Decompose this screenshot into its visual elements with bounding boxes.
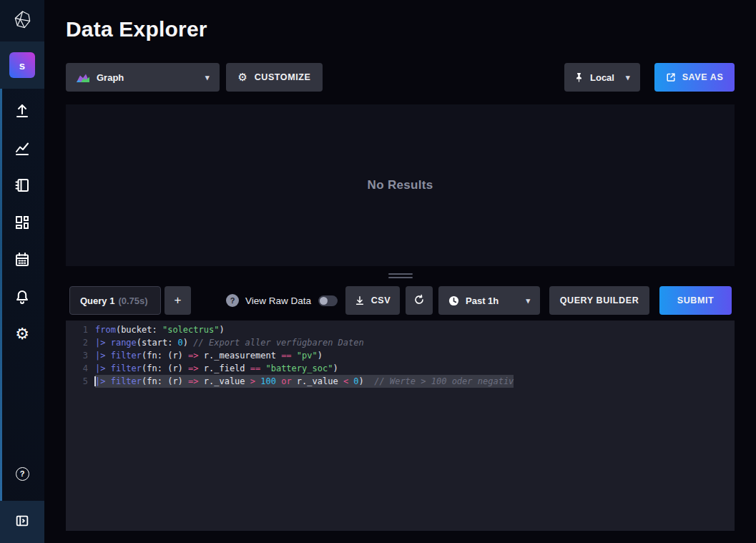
code-text: |> range(start: 0) // Export aller verfü… <box>95 336 364 349</box>
toggle-knob <box>320 297 328 305</box>
data-explorer-window: s <box>0 0 756 543</box>
query-tab[interactable]: Query 1 (0.75s) <box>69 286 161 315</box>
customize-button[interactable]: ⚙ CUSTOMIZE <box>226 63 323 92</box>
refresh-button[interactable] <box>406 286 433 315</box>
sidebar-item-data-explorer[interactable] <box>0 134 44 162</box>
code-line[interactable]: 2|> range(start: 0) // Export aller verf… <box>66 336 735 349</box>
sidebar-item-load-data[interactable] <box>0 97 44 125</box>
code-text: |> filter(fn: (r) => r._measurement == "… <box>95 349 323 362</box>
add-query-button[interactable]: + <box>165 286 191 315</box>
code-line[interactable]: 1from(bucket: "solectrus") <box>66 323 735 336</box>
avatar-letter: s <box>19 59 25 72</box>
sidebar-item-settings[interactable]: ⚙ <box>0 320 44 348</box>
expand-sidebar-icon <box>14 513 30 532</box>
text-cursor <box>94 376 96 386</box>
gear-icon: ⚙ <box>238 72 248 83</box>
panel-resize-handle[interactable] <box>388 272 413 279</box>
query-builder-button[interactable]: QUERY BUILDER <box>549 286 649 315</box>
sidebar: s <box>0 0 44 543</box>
plus-icon: + <box>175 293 182 308</box>
view-raw-data-label: View Raw Data <box>245 295 311 306</box>
flux-script-editor[interactable]: 1from(bucket: "solectrus")2|> range(star… <box>66 321 735 531</box>
code-line[interactable]: 5|> filter(fn: (r) => r._value > 100 or … <box>66 375 735 388</box>
view-type-label: Graph <box>97 72 124 83</box>
question-glyph: ? <box>230 296 235 305</box>
line-number: 4 <box>66 362 88 375</box>
chevron-down-icon: ▾ <box>205 73 210 82</box>
avatar[interactable]: s <box>9 52 35 78</box>
save-as-label: SAVE AS <box>682 72 724 82</box>
saved-location-dropdown[interactable]: Local ▾ <box>564 63 640 92</box>
export-icon <box>666 72 676 82</box>
view-raw-data-toggle[interactable] <box>318 295 338 306</box>
code-line[interactable]: 4|> filter(fn: (r) => r._field == "batte… <box>66 362 735 375</box>
time-range-dropdown[interactable]: Past 1h ▾ <box>438 286 540 315</box>
line-number: 2 <box>66 336 88 349</box>
gear-icon: ⚙ <box>15 326 29 342</box>
query-builder-label: QUERY BUILDER <box>560 295 639 305</box>
help-glyph: ? <box>20 469 25 478</box>
csv-download-button[interactable]: CSV <box>345 286 400 315</box>
view-raw-data-group: ? View Raw Data <box>226 286 338 315</box>
code-text: |> filter(fn: (r) => r._field == "batter… <box>95 362 338 375</box>
calendar-icon <box>14 251 31 268</box>
chevron-down-icon: ▾ <box>526 296 530 305</box>
view-type-dropdown[interactable]: Graph ▾ <box>66 63 220 92</box>
line-number: 1 <box>66 323 88 336</box>
code-text: from(bucket: "solectrus") <box>95 323 225 336</box>
clock-icon <box>448 295 459 306</box>
expand-sidebar-button[interactable] <box>0 501 44 543</box>
help-question-icon[interactable]: ? <box>226 294 239 307</box>
upload-icon <box>14 102 31 119</box>
query-duration: (0.75s) <box>118 295 147 306</box>
code-lines: 1from(bucket: "solectrus")2|> range(star… <box>66 323 735 388</box>
submit-label: SUBMIT <box>677 295 715 305</box>
sidebar-item-tasks[interactable] <box>0 245 44 274</box>
code-text: |> filter(fn: (r) => r._value > 100 or r… <box>95 375 514 388</box>
account-cell: s <box>0 41 44 89</box>
line-number: 5 <box>66 375 88 388</box>
csv-label: CSV <box>371 295 391 305</box>
line-chart-icon <box>14 140 31 157</box>
chevron-down-icon: ▾ <box>626 73 630 82</box>
submit-button[interactable]: SUBMIT <box>659 286 732 315</box>
bell-icon <box>14 288 31 305</box>
download-icon <box>355 295 365 305</box>
sidebar-item-notebooks[interactable] <box>0 171 44 200</box>
page-title: Data Explorer <box>66 17 207 41</box>
influxdb-cubo-logo-icon <box>13 10 32 32</box>
pin-icon <box>574 72 584 82</box>
grid-icon <box>14 214 31 231</box>
customize-label: CUSTOMIZE <box>255 72 311 82</box>
save-as-button[interactable]: SAVE AS <box>654 63 735 92</box>
line-number: 3 <box>66 349 88 362</box>
time-range-label: Past 1h <box>466 295 499 306</box>
empty-results-message: No Results <box>368 178 433 192</box>
sidebar-item-help[interactable]: ? <box>0 459 44 488</box>
help-icon: ? <box>16 467 29 481</box>
influxdb-logo-button[interactable] <box>0 0 44 41</box>
area-chart-icon <box>76 72 90 83</box>
notebook-icon <box>14 177 31 194</box>
sidebar-item-alerts[interactable] <box>0 283 44 311</box>
refresh-icon <box>413 294 425 308</box>
code-line[interactable]: 3|> filter(fn: (r) => r._measurement == … <box>66 349 735 362</box>
query-tab-label: Query 1 <box>80 295 114 306</box>
results-panel: No Results <box>66 104 735 266</box>
saved-location-label: Local <box>590 72 614 83</box>
sidebar-item-dashboards[interactable] <box>0 208 44 237</box>
